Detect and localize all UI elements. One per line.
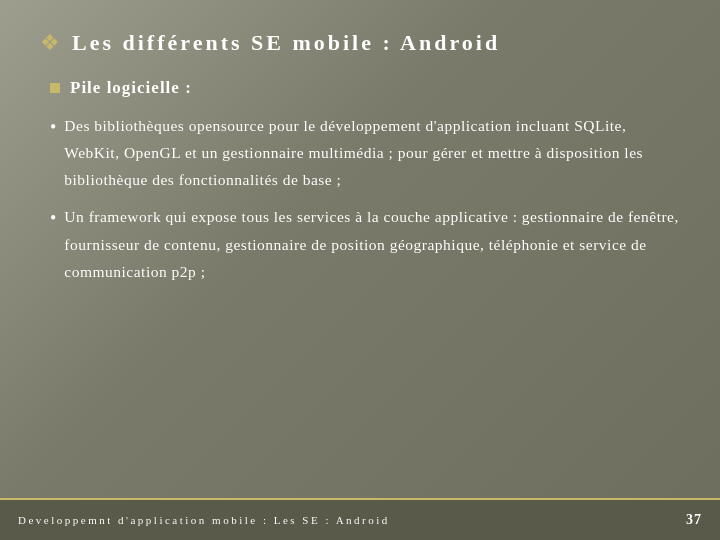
footer: Developpemnt d'application mobile : Les … [0,498,720,540]
bullet-text-1: Des bibliothèques opensource pour le dév… [64,112,680,193]
page-number: 37 [686,512,702,528]
bullet-dot-2: • [50,203,56,235]
bullet-dot-1: • [50,112,56,144]
diamond-icon: ❖ [40,30,60,56]
slide: ❖ Les différents SE mobile : Android Pil… [0,0,720,540]
slide-title: Les différents SE mobile : Android [72,30,500,56]
section-header: Pile logicielle : [50,78,680,98]
section-label: Pile logicielle : [70,78,192,98]
content-area: Pile logicielle : • Des bibliothèques op… [40,78,680,490]
footer-text: Developpemnt d'application mobile : Les … [18,514,390,526]
title-row: ❖ Les différents SE mobile : Android [40,30,680,56]
paragraph-block-1: • Des bibliothèques opensource pour le d… [50,112,680,193]
bullet-text-2: Un framework qui expose tous les service… [64,203,680,284]
paragraph-block-2: • Un framework qui expose tous les servi… [50,203,680,284]
bullet-item-2: • Un framework qui expose tous les servi… [50,203,680,284]
section-bullet-icon [50,83,60,93]
bullet-item-1: • Des bibliothèques opensource pour le d… [50,112,680,193]
